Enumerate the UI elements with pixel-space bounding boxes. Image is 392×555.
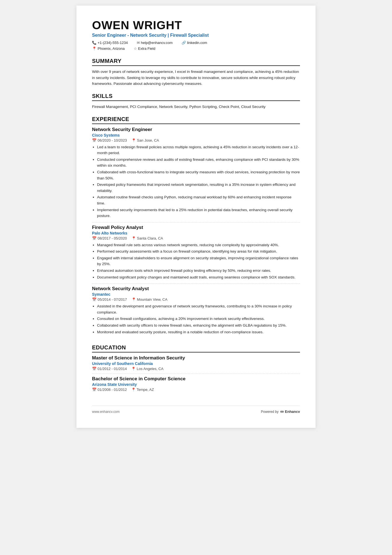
phone-value: +1-(234)-555-1234	[98, 41, 128, 45]
calendar-icon-edu-1: 📅	[92, 367, 96, 371]
skills-title: SKILLS	[92, 93, 300, 101]
job-title-2: Firewall Policy Analyst	[92, 225, 300, 230]
bullet-1-5: Automated routine firewall checks using …	[97, 194, 300, 206]
star-icon: ☆	[134, 46, 137, 51]
email-icon: ✉	[137, 41, 140, 45]
resume-page: OWEN WRIGHT Senior Engineer - Network Se…	[76, 6, 316, 428]
enhancv-logo: ∞ Enhancv	[280, 409, 300, 415]
calendar-icon-2: 📅	[92, 236, 96, 240]
footer-website: www.enhancv.com	[92, 410, 120, 414]
calendar-icon-1: 📅	[92, 138, 96, 142]
bullet-3-3: Collaborated with security officers to r…	[97, 322, 300, 329]
phone-icon: 📞	[92, 41, 96, 45]
skills-text: Firewall Management, PCI Compliance, Net…	[92, 104, 300, 110]
contact-row-1: 📞 +1-(234)-555-1234 ✉ help@enhancv.com 🔗…	[92, 41, 300, 46]
extra-field-item: ☆ Extra Field	[134, 46, 155, 51]
phone-item: 📞 +1-(234)-555-1234	[92, 41, 128, 45]
bullet-3-4: Monitored and evaluated security posture…	[97, 329, 300, 335]
job-dates-2: 📅 08/2017 - 05/2020	[92, 236, 127, 240]
experience-title: EXPERIENCE	[92, 116, 300, 124]
job-bullets-1: Led a team to redesign firewall policies…	[92, 144, 300, 219]
job-location-3: 📍 Mountain View, CA	[132, 297, 168, 302]
edu-meta-2: 📅 01/2008 - 01/2012 📍 Tempe, AZ	[92, 388, 300, 392]
linkedin-item[interactable]: 🔗 linkedin.com	[182, 41, 207, 45]
job-dates-3: 📅 05/2014 - 07/2017	[92, 297, 127, 302]
company-name-2: Palo Alto Networks	[92, 231, 300, 235]
job-dates-1: 📅 06/2020 - 10/2023	[92, 138, 127, 142]
calendar-icon-3: 📅	[92, 297, 96, 302]
footer: www.enhancv.com Powered by ∞ Enhancv	[92, 406, 300, 415]
education-title: EDUCATION	[92, 344, 300, 352]
company-name-1: Cisco Systems	[92, 133, 300, 137]
linkedin-icon: 🔗	[182, 41, 186, 45]
summary-text: With over 9 years of network security ex…	[92, 69, 300, 87]
bullet-1-3: Collaborated with cross-functional teams…	[97, 169, 300, 181]
summary-section: SUMMARY With over 9 years of network sec…	[92, 58, 300, 87]
pin-icon-3: 📍	[132, 297, 136, 302]
edu-item-asu: Bachelor of Science in Computer Science …	[92, 376, 300, 394]
bullet-3-1: Assisted in the development and governan…	[97, 303, 300, 315]
edu-item-usc: Master of Science in Information Securit…	[92, 355, 300, 374]
location-item: 📍 Phoenix, Arizona	[92, 46, 125, 51]
email-value: help@enhancv.com	[141, 41, 173, 45]
edu-school-2: Arizona State University	[92, 382, 300, 387]
job-meta-2: 📅 08/2017 - 05/2020 📍 Santa Clara, CA	[92, 236, 300, 240]
job-bullets-3: Assisted in the development and governan…	[92, 303, 300, 335]
job-location-1: 📍 San Jose, CA	[132, 138, 159, 142]
candidate-title: Senior Engineer - Network Security | Fir…	[92, 33, 300, 38]
bullet-3-2: Consulted on firewall configurations, ac…	[97, 316, 300, 322]
bullet-1-4: Developed policy frameworks that improve…	[97, 182, 300, 194]
job-item-palo-alto: Firewall Policy Analyst Palo Alto Networ…	[92, 225, 300, 284]
pin-icon-1: 📍	[132, 138, 136, 142]
edu-degree-2: Bachelor of Science in Computer Science	[92, 376, 300, 382]
edu-degree-1: Master of Science in Information Securit…	[92, 355, 300, 361]
bullet-2-3: Engaged with internal stakeholders to en…	[97, 255, 300, 267]
edu-location-2: 📍 Tempe, AZ	[131, 388, 154, 392]
job-bullets-2: Managed firewall rule sets across variou…	[92, 242, 300, 280]
linkedin-value: linkedin.com	[187, 41, 207, 45]
experience-section: EXPERIENCE Network Security Engineer Cis…	[92, 116, 300, 339]
footer-powered-by: Powered by ∞ Enhancv	[261, 409, 300, 415]
calendar-icon-edu-2: 📅	[92, 388, 96, 392]
extra-field-value: Extra Field	[138, 46, 155, 51]
location-icon: 📍	[92, 46, 96, 51]
edu-meta-1: 📅 01/2012 - 01/2014 📍 Los Angeles, CA	[92, 367, 300, 371]
job-item-symantec: Network Security Analyst Symantec 📅 05/2…	[92, 286, 300, 338]
pin-icon-2: 📍	[132, 236, 136, 240]
bullet-2-4: Enhanced automation tools which improved…	[97, 268, 300, 274]
contact-row-2: 📍 Phoenix, Arizona ☆ Extra Field	[92, 46, 300, 52]
job-item-cisco: Network Security Engineer Cisco Systems …	[92, 127, 300, 223]
header-section: OWEN WRIGHT Senior Engineer - Network Se…	[92, 19, 300, 52]
email-item: ✉ help@enhancv.com	[137, 41, 173, 45]
job-title-1: Network Security Engineer	[92, 127, 300, 132]
skills-section: SKILLS Firewall Management, PCI Complian…	[92, 93, 300, 110]
location-value: Phoenix, Arizona	[98, 46, 125, 51]
bullet-1-2: Conducted comprehensive reviews and audi…	[97, 157, 300, 169]
pin-icon-edu-1: 📍	[131, 367, 136, 371]
edu-school-1: University of Southern California	[92, 361, 300, 366]
job-title-3: Network Security Analyst	[92, 286, 300, 292]
edu-location-1: 📍 Los Angeles, CA	[131, 367, 163, 371]
enhancv-icon: ∞	[280, 409, 284, 415]
job-location-2: 📍 Santa Clara, CA	[132, 236, 163, 240]
company-name-3: Symantec	[92, 292, 300, 297]
education-section: EDUCATION Master of Science in Informati…	[92, 344, 300, 394]
job-meta-3: 📅 05/2014 - 07/2017 📍 Mountain View, CA	[92, 297, 300, 302]
bullet-2-1: Managed firewall rule sets across variou…	[97, 242, 300, 248]
brand-name: Enhancv	[285, 410, 300, 414]
bullet-2-2: Performed security assessments with a fo…	[97, 248, 300, 255]
bullet-2-5: Documented significant policy changes an…	[97, 274, 300, 280]
powered-by-label: Powered by	[261, 410, 279, 414]
candidate-name: OWEN WRIGHT	[92, 19, 300, 32]
job-meta-1: 📅 06/2020 - 10/2023 📍 San Jose, CA	[92, 138, 300, 142]
bullet-1-6: Implemented security improvements that l…	[97, 207, 300, 219]
edu-dates-1: 📅 01/2012 - 01/2014	[92, 367, 127, 371]
summary-title: SUMMARY	[92, 58, 300, 66]
pin-icon-edu-2: 📍	[131, 388, 136, 392]
bullet-1-1: Led a team to redesign firewall policies…	[97, 144, 300, 156]
edu-dates-2: 📅 01/2008 - 01/2012	[92, 388, 127, 392]
